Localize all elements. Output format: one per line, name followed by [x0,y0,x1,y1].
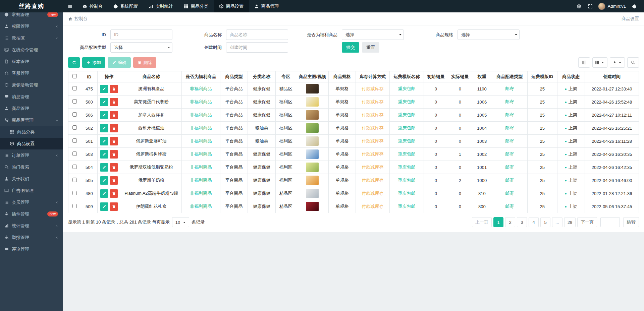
edit-button[interactable]: 编辑 [108,57,131,68]
sidebar-item-comments[interactable]: 评论管理 [0,243,63,255]
sidebar-item-marketing[interactable]: 营销活动管理 [0,79,63,91]
edit-row-button[interactable] [100,150,108,159]
edit-row-button[interactable] [100,111,108,119]
edit-row-button[interactable] [100,137,108,145]
delivery-select[interactable]: 选择 [110,42,172,53]
column-header-10[interactable]: 运费模版名称 [390,71,424,82]
jump-button[interactable]: 跳转 [623,217,639,227]
topnav-item-console[interactable]: 控制台 [77,0,108,12]
sidebar-item-auth[interactable]: 权限管理 [0,20,63,32]
column-header-17[interactable]: 创建时间 [585,71,639,82]
page-button-4[interactable]: 4 [529,217,539,227]
breadcrumb-left[interactable]: 控制台 [74,16,88,22]
product-thumbnail[interactable] [306,110,319,120]
sidebar-item-customer-service[interactable]: 客服管理 [0,67,63,79]
product-thumbnail[interactable] [306,189,319,198]
page-button-1[interactable]: 1 [493,217,503,227]
name-input[interactable] [226,29,288,40]
row-checkbox[interactable] [72,138,77,143]
topnav-item-system-config[interactable]: 系统配置 [108,0,143,12]
edit-row-button[interactable] [100,124,108,132]
product-thumbnail[interactable] [306,202,319,211]
edit-row-button[interactable] [100,176,108,185]
sidebar-item-general[interactable]: 常规管理new [0,12,63,20]
edit-row-button[interactable] [100,202,108,211]
delete-row-button[interactable] [110,124,118,132]
column-header-7[interactable]: 商品主图/视频 [296,71,329,82]
delete-row-button[interactable] [110,176,118,185]
column-header-9[interactable]: 库存计算方式 [356,71,390,82]
product-thumbnail[interactable] [306,123,319,133]
row-checkbox[interactable] [72,178,77,182]
topnav-item-goods-settings[interactable]: 商品设置 [214,0,249,12]
column-header-5[interactable]: 分类名称 [248,71,276,82]
language-button[interactable] [573,0,585,12]
row-checkbox[interactable] [72,151,77,156]
row-checkbox[interactable] [72,99,77,104]
column-header-6[interactable]: 专区 [275,71,296,82]
avatar[interactable] [598,3,605,10]
topnav-item-goods-category[interactable]: 商品分类 [178,0,214,12]
page-button-5[interactable]: 5 [540,217,550,227]
spec-select[interactable]: 选择 [458,29,520,40]
column-header-4[interactable]: 商品类型 [220,71,248,82]
page-button-next[interactable]: 下一页 [577,217,597,227]
row-checkbox[interactable] [72,191,77,195]
column-header-14[interactable]: 商品配送类型 [492,71,527,82]
sidebar-item-auction[interactable]: 竞拍区 [0,32,63,44]
topnav-item-realtime-stats[interactable]: 实时统计 [143,0,178,12]
product-thumbnail[interactable] [306,149,319,159]
columns-button[interactable] [592,57,607,68]
delete-button[interactable]: 删除 [133,57,156,68]
sidebar-item-hot-search[interactable]: 热门搜索 [0,161,63,173]
delete-row-button[interactable] [110,150,118,159]
refresh-button[interactable] [68,57,80,68]
edit-row-button[interactable] [100,98,108,106]
reset-button[interactable]: 重置 [362,42,379,53]
delete-row-button[interactable] [110,85,118,93]
sidebar-item-ad-image[interactable]: 广告图管理 [0,185,63,196]
sidebar-item-statistics[interactable]: 统计管理 [0,220,63,232]
column-header-8[interactable]: 商品规格 [329,71,356,82]
search-toggle-button[interactable] [627,57,639,68]
sidebar-item-version[interactable]: 版本管理 [0,56,63,67]
column-header-11[interactable]: 初始销量 [424,71,448,82]
delete-row-button[interactable] [110,111,118,119]
sidebar-item-plugin[interactable]: 插件管理new [0,208,63,220]
sidebar-item-member[interactable]: 会员管理 [0,196,63,208]
product-thumbnail[interactable] [306,84,319,94]
column-header-13[interactable]: 权重 [472,71,492,82]
page-button-3[interactable]: 3 [517,217,527,227]
toggle-view-button[interactable] [578,57,590,68]
add-button[interactable]: 添加 [82,57,105,68]
edit-row-button[interactable] [100,163,108,172]
sidebar-toggle-button[interactable] [63,0,77,12]
row-checkbox[interactable] [72,86,77,90]
sidebar-item-about-us[interactable]: 关于我们 [0,173,63,185]
settings-button[interactable] [629,0,640,12]
delete-row-button[interactable] [110,189,118,198]
sidebar-item-order[interactable]: 订单管理 [0,149,63,161]
column-header-3[interactable]: 是否为福利商品 [182,71,220,82]
page-button-2[interactable]: 2 [505,217,515,227]
username[interactable]: Admin:v1 [608,4,626,9]
export-button[interactable] [610,57,625,68]
row-checkbox[interactable] [72,112,77,117]
column-header-16[interactable]: 商品状态 [557,71,585,82]
id-input[interactable] [110,29,172,40]
delete-row-button[interactable] [110,137,118,145]
topnav-item-goods-management[interactable]: 商品管理 [249,0,284,12]
per-page-select[interactable]: 10 [172,217,189,227]
created-input[interactable] [226,42,288,53]
product-thumbnail[interactable] [306,163,319,172]
sidebar-subitem-goods-settings[interactable]: 商品设置 [0,138,63,149]
row-checkbox[interactable] [72,165,77,169]
sidebar-item-report[interactable]: 举报管理 [0,232,63,243]
jump-page-input[interactable] [600,217,620,227]
edit-row-button[interactable] [100,85,108,93]
column-header-2[interactable]: 商品名称 [121,71,182,82]
row-checkbox[interactable] [72,125,77,130]
sidebar-item-goods[interactable]: 商品管理 [0,103,63,114]
sidebar-subitem-goods-category[interactable]: 商品分类 [0,126,63,138]
submit-button[interactable]: 提交 [342,42,359,53]
